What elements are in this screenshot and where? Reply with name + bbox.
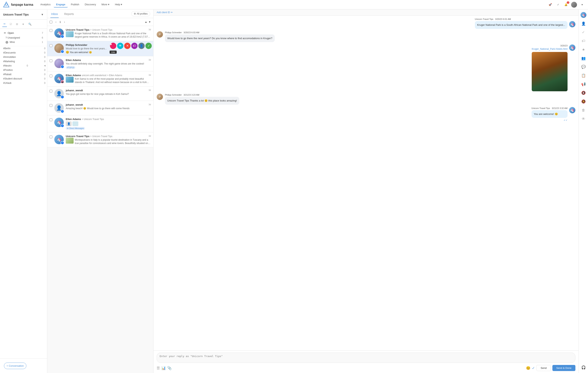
sidebar-tag-neutro[interactable]: #Neutro 0 ◀ (0, 63, 47, 68)
assign-action-btn[interactable]: 👤 (138, 43, 145, 49)
platform-icon: f (61, 95, 64, 99)
user-avatar[interactable] (571, 2, 577, 8)
conv-header: Ellen Adams 3d (66, 59, 151, 62)
sidebar-tag-student-discount[interactable]: #Student discount 0 (0, 76, 47, 81)
conversation-item[interactable]: 🦄 📷 Ellen Adams unicorn.with.wanderlust … (47, 72, 153, 87)
star-sidebar-icon[interactable]: ★ (21, 21, 26, 27)
search-sidebar-icon[interactable]: 🔍 (27, 21, 33, 27)
right-comment-icon[interactable]: 💬 (580, 64, 587, 70)
conversation-item[interactable]: 🦄 f Ellen Adams > Unicorn Travel Tips 3d… (47, 115, 153, 132)
checkmark-icon[interactable]: ✓ (555, 2, 561, 8)
chevron-down-icon[interactable]: ▾ (41, 12, 44, 17)
sidebar-tag-berlin[interactable]: #Berlin 0 (0, 46, 47, 51)
sidebar-tag-immobilien[interactable]: #Immobilien 0 (0, 55, 47, 59)
conv-checkbox[interactable] (50, 74, 52, 77)
msg-avatar: P (157, 94, 163, 100)
check-icon[interactable]: ☑ (9, 21, 13, 27)
right-people-icon[interactable]: 👥 (580, 55, 587, 61)
send-done-button[interactable]: Send & Done (552, 365, 575, 371)
conv-checkbox[interactable] (50, 135, 52, 138)
sidebar-item-open[interactable]: ✏ Open 7 (2, 30, 45, 36)
conversation-item[interactable]: 🦄 f Unicorn Travel Tips > Unicorn Travel… (47, 132, 153, 147)
sidebar-tag-descuento[interactable]: #Descuento 0 (0, 51, 47, 55)
right-broadcast-icon[interactable]: 📢 (580, 81, 587, 87)
conv-body: Unicorn Travel Tips > Unicorn Travel Tip… (66, 28, 151, 39)
nav-engage[interactable]: Engage (54, 2, 68, 8)
message-row: Unicorn Travel Tips 3/20/23 6:01 AM Krug… (157, 18, 575, 29)
conv-checkbox[interactable] (50, 59, 52, 62)
conversation-item[interactable]: 👤 f johann_wendt 3d You guys got some ti… (47, 87, 153, 101)
reply-input[interactable] (157, 352, 575, 363)
msg-link[interactable]: Kruger_National_Park-Hotels.html (532, 48, 567, 50)
right-mute2-icon[interactable]: 🔕 (580, 98, 587, 105)
conv-sender-name: Philipp Schneider (66, 43, 87, 46)
conv-avatar-wrap: f (54, 43, 64, 53)
template-icon[interactable]: ☰ (157, 366, 160, 370)
send-button[interactable]: Send (536, 365, 551, 371)
chat-area: Add client ID ✏ Unicorn Travel Tips 3/20… (154, 10, 578, 373)
nav-analytics[interactable]: Analytics (38, 2, 53, 8)
like-action-btn[interactable]: ♥ Like (110, 43, 116, 49)
msg-read-icon: ✓✓ (532, 119, 567, 122)
chart-icon[interactable]: 📊 (161, 366, 166, 370)
prev-page-btn[interactable]: ‹ (54, 20, 58, 24)
conv-avatar-wrap: 👤 f (54, 103, 64, 113)
view-action-btn[interactable]: 👁 (117, 43, 123, 49)
conv-checkbox[interactable] (50, 90, 52, 93)
conversation-item[interactable]: 🦄 f Unicorn Travel Tips > Unicorn Travel… (47, 26, 153, 41)
sidebar-tag-rabatt[interactable]: #Rabatt 0 (0, 72, 47, 76)
next-page-btn[interactable]: › (63, 20, 66, 24)
nav-help[interactable]: Help ▾ (113, 2, 125, 8)
conversation-item[interactable]: f Ellen Adams 3d You should definitely s… (47, 56, 153, 72)
right-star-icon[interactable]: ★ (580, 46, 587, 53)
attachment-icon[interactable]: 📎 (167, 366, 172, 370)
sidebar-tag-urlaub[interactable]: #Urlaub 0 (0, 81, 47, 85)
sidebar-tag-positivo[interactable]: #Positivo 0 (0, 68, 47, 72)
all-profiles-filter-btn[interactable]: ⚙ All profiles (131, 11, 150, 16)
right-support-icon[interactable]: 🎧 (580, 364, 587, 371)
sort-up-icon[interactable]: ▲ (145, 21, 147, 23)
conv-avatar-wrap: 🦄 f (54, 28, 64, 38)
logo[interactable]: fanpage karma (3, 1, 33, 8)
conversation-item[interactable]: 👤 f johann_wendt 3d Amazing beach! 😊 Wou… (47, 101, 153, 115)
inbox-area: Inbox Reports ⚙ All profiles ‹ 1 › ▲ ▼ (47, 10, 154, 373)
tab-inbox[interactable]: Inbox (50, 10, 59, 18)
sidebar-item-unassigned[interactable]: ? Unassigned 6 (2, 36, 45, 40)
emoji-icon[interactable]: 😊 (526, 366, 530, 370)
tag-action-btn[interactable]: 🏷 (131, 43, 137, 49)
right-mute-icon[interactable]: 🔇 (580, 90, 587, 96)
done-action-btn[interactable]: ✓ (146, 43, 152, 49)
right-tag-icon[interactable]: 🏷 (580, 38, 587, 44)
notification-bell[interactable]: 🔔 3 (563, 2, 569, 8)
sidebar-item-mine[interactable]: Mine 1 (2, 40, 45, 44)
collapse-icon[interactable]: ◀ (44, 64, 45, 67)
conv-checkbox[interactable] (50, 104, 52, 107)
new-conversation-button[interactable]: + Conversation (4, 363, 26, 369)
nav-more[interactable]: More ▾ (99, 2, 112, 8)
sidebar-header-icons: ▾ (41, 12, 44, 17)
sidebar-tag-marketing[interactable]: #Marketing 0 (0, 59, 47, 63)
tab-reports[interactable]: Reports (63, 10, 74, 18)
select-all-checkbox[interactable] (50, 21, 52, 23)
right-note-icon[interactable]: 📋 (580, 73, 587, 79)
conv-checkbox[interactable] (50, 29, 52, 32)
account-dropdown-icon[interactable]: ▾ (579, 2, 585, 8)
rocket-icon[interactable]: 🚀 (547, 2, 553, 8)
msg-avatar: P (157, 31, 163, 38)
compose-icon[interactable]: ✏ (2, 21, 7, 27)
conversation-item[interactable]: f Philipp Schneider 1m Would love to go … (47, 41, 153, 56)
nav-publish[interactable]: Publish (68, 2, 82, 8)
layers-icon[interactable]: ⊞ (15, 21, 19, 27)
conv-sender-name: Ellen Adams > Unicorn Travel Tips (66, 118, 104, 121)
message-bubble: Philipp Schneider 3/20/23 6:03 AM Would … (165, 31, 275, 42)
right-user-icon[interactable]: 👤 (580, 21, 587, 27)
nav-discovery[interactable]: Discovery (83, 2, 98, 8)
conv-checkbox[interactable] (50, 44, 52, 47)
right-checklist-icon[interactable]: ✓ (580, 29, 587, 35)
dismiss-action-btn[interactable]: ✕ (124, 43, 130, 49)
sort-down-icon[interactable]: ▼ (148, 21, 151, 23)
right-hide-icon[interactable]: 👁 (580, 116, 587, 122)
right-trash-icon[interactable]: 🗑 (580, 107, 587, 113)
add-client-id-btn[interactable]: Add client ID ✏ (157, 11, 575, 14)
conv-checkbox[interactable] (50, 118, 52, 121)
